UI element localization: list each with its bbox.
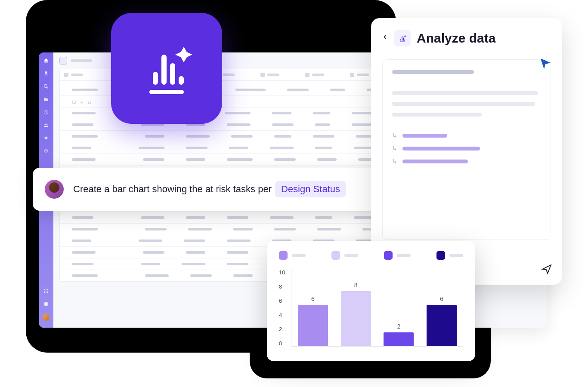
bar-value-label: 8 bbox=[354, 282, 358, 289]
legend-item[interactable] bbox=[436, 251, 463, 260]
svg-rect-15 bbox=[72, 101, 76, 104]
suggestion-item[interactable]: ↳ bbox=[392, 158, 541, 165]
y-tick: 8 bbox=[279, 283, 285, 290]
svg-point-14 bbox=[44, 302, 48, 306]
user-avatar[interactable] bbox=[43, 314, 50, 321]
legend-item[interactable] bbox=[331, 251, 358, 260]
bars-container: 6 8 2 6 bbox=[291, 269, 463, 347]
svg-point-0 bbox=[44, 85, 47, 88]
team-icon[interactable] bbox=[43, 122, 49, 128]
field-tag[interactable]: Design Status bbox=[275, 181, 346, 197]
attach-icon[interactable] bbox=[80, 98, 84, 103]
svg-rect-21 bbox=[179, 76, 184, 85]
legend-item[interactable] bbox=[384, 251, 411, 260]
home-icon[interactable] bbox=[43, 58, 49, 64]
analyze-body: ↳ ↳ ↳ bbox=[382, 59, 551, 240]
grid-icon[interactable] bbox=[43, 288, 49, 294]
y-tick: 10 bbox=[279, 269, 285, 276]
panel-title: Analyze data bbox=[417, 31, 495, 46]
reply-arrow-icon: ↳ bbox=[392, 132, 397, 139]
svg-rect-26 bbox=[404, 40, 405, 41]
prompt-text-part: Create a bar chart showing the at risk t… bbox=[73, 184, 272, 195]
svg-rect-23 bbox=[400, 39, 401, 41]
bar-value-label: 2 bbox=[397, 323, 400, 330]
svg-rect-16 bbox=[89, 102, 91, 104]
y-tick: 4 bbox=[279, 312, 285, 318]
workspace-icon[interactable] bbox=[59, 57, 67, 64]
column-header[interactable] bbox=[350, 73, 369, 77]
svg-rect-6 bbox=[46, 289, 46, 290]
svg-point-3 bbox=[46, 124, 48, 125]
suggestion-item[interactable]: ↳ bbox=[392, 132, 541, 139]
svg-rect-25 bbox=[403, 37, 404, 41]
bar-group: 8 bbox=[341, 282, 371, 346]
prompt-card: Create a bar chart showing the at risk t… bbox=[33, 168, 381, 211]
bar-value-label: 6 bbox=[311, 295, 315, 302]
help-icon[interactable] bbox=[43, 301, 49, 307]
svg-point-4 bbox=[46, 150, 47, 152]
chart-plot: 10 8 6 4 2 0 6 8 2 6 bbox=[279, 269, 463, 347]
skeleton-line bbox=[392, 91, 538, 95]
bar[interactable] bbox=[384, 332, 414, 346]
star-icon[interactable] bbox=[43, 135, 49, 141]
svg-rect-10 bbox=[47, 291, 48, 292]
folder-icon[interactable] bbox=[43, 96, 49, 102]
analyze-app-icon bbox=[111, 13, 222, 124]
legend-swatch bbox=[384, 251, 393, 260]
legend-swatch bbox=[331, 251, 340, 260]
svg-rect-24 bbox=[402, 36, 402, 41]
svg-rect-12 bbox=[46, 292, 46, 293]
skeleton-line bbox=[392, 113, 482, 117]
skeleton-line bbox=[392, 70, 474, 74]
bar[interactable] bbox=[341, 291, 371, 346]
analyze-icon bbox=[394, 30, 411, 46]
search-icon[interactable] bbox=[43, 83, 49, 89]
legend-item[interactable] bbox=[279, 251, 306, 260]
clock-icon[interactable] bbox=[43, 109, 49, 115]
bar-group: 6 bbox=[427, 295, 457, 346]
column-header[interactable] bbox=[305, 73, 324, 77]
lock-icon[interactable] bbox=[87, 98, 92, 103]
svg-rect-20 bbox=[170, 63, 175, 85]
y-axis: 10 8 6 4 2 0 bbox=[279, 269, 285, 347]
y-tick: 6 bbox=[279, 298, 285, 304]
chart-card: 10 8 6 4 2 0 6 8 2 6 bbox=[267, 241, 475, 361]
legend-swatch bbox=[436, 251, 445, 260]
y-tick: 2 bbox=[279, 326, 285, 332]
bar[interactable] bbox=[427, 305, 457, 346]
user-avatar bbox=[45, 180, 64, 199]
reply-arrow-icon: ↳ bbox=[392, 145, 397, 152]
column-header[interactable] bbox=[64, 73, 83, 77]
y-tick: 0 bbox=[279, 340, 285, 347]
bar[interactable] bbox=[298, 305, 328, 346]
svg-rect-19 bbox=[161, 55, 167, 85]
send-button[interactable] bbox=[540, 262, 554, 276]
legend-swatch bbox=[279, 251, 288, 260]
bar-group: 6 bbox=[298, 295, 328, 346]
settings-icon[interactable] bbox=[43, 148, 49, 154]
comment-icon[interactable] bbox=[72, 98, 76, 103]
prompt-text: Create a bar chart showing the at risk t… bbox=[73, 181, 346, 197]
analyze-header: Analyze data bbox=[382, 30, 551, 46]
bar-group: 2 bbox=[384, 323, 414, 346]
svg-rect-18 bbox=[153, 72, 158, 85]
suggestion-item[interactable]: ↳ bbox=[392, 145, 541, 152]
svg-rect-13 bbox=[47, 292, 48, 293]
breadcrumb-item bbox=[71, 59, 92, 62]
cursor-icon bbox=[537, 55, 554, 74]
column-header[interactable] bbox=[260, 73, 279, 77]
chart-legend bbox=[279, 251, 463, 260]
back-button[interactable] bbox=[382, 32, 388, 44]
svg-rect-8 bbox=[44, 291, 45, 292]
svg-rect-7 bbox=[47, 289, 48, 290]
reply-arrow-icon: ↳ bbox=[392, 158, 397, 165]
svg-point-2 bbox=[45, 124, 46, 125]
svg-rect-5 bbox=[44, 289, 45, 290]
svg-rect-22 bbox=[400, 42, 405, 43]
svg-rect-9 bbox=[46, 291, 46, 292]
svg-rect-11 bbox=[44, 292, 45, 293]
svg-rect-17 bbox=[149, 90, 184, 94]
bell-icon[interactable] bbox=[43, 71, 49, 77]
bar-value-label: 6 bbox=[440, 295, 443, 302]
skeleton-line bbox=[392, 102, 535, 106]
